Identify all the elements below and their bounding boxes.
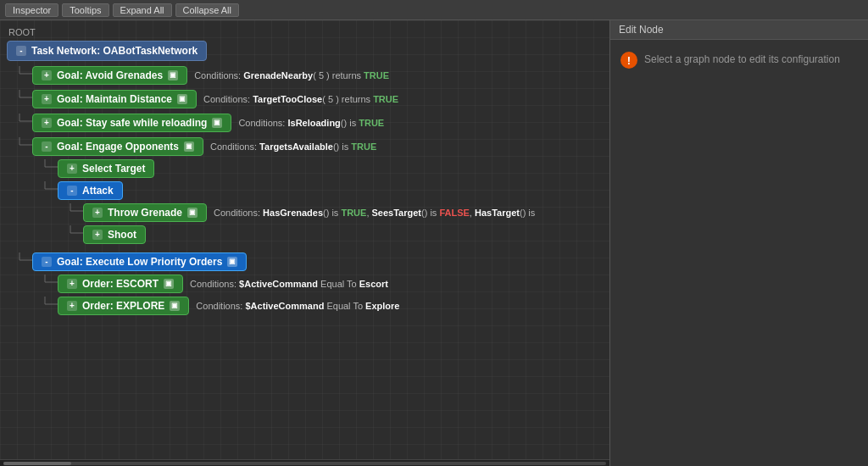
stay-safe-condition: Conditions: IsReloading() is TRUE [238, 118, 384, 128]
collapse-all-button[interactable]: Collapse All [175, 3, 239, 17]
info-icon: ! [620, 52, 637, 69]
task-network-label: Task Network: OABotTaskNetwork [31, 45, 198, 57]
top-bar: Inspector Tooltips Expand All Collapse A… [0, 0, 868, 20]
config-maintain-distance[interactable]: ▣ [177, 94, 187, 104]
connector-svg-8 [58, 225, 83, 241]
connector-svg-3 [7, 114, 32, 129]
engage-opponents-label: Goal: Engage Opponents [57, 141, 179, 153]
collapse-attack[interactable]: - [67, 186, 77, 196]
throw-grenade-node[interactable]: + Throw Grenade ▣ [83, 203, 207, 222]
right-panel-info-text: Select a graph node to edit its configur… [644, 53, 840, 65]
collapse-explore[interactable]: + [67, 301, 77, 311]
escort-condition: Conditions: $ActiveCommand Equal To Esco… [190, 279, 388, 289]
scrollbar-track [3, 462, 606, 465]
shoot-node[interactable]: + Shoot [83, 225, 146, 244]
node-row-escort: + Order: ESCORT ▣ Conditions: $ActiveCom… [7, 275, 609, 293]
collapse-shoot[interactable]: + [92, 230, 103, 240]
config-throw-grenade[interactable]: ▣ [187, 208, 198, 218]
connector-svg-4 [7, 137, 32, 153]
low-priority-node[interactable]: - Goal: Execute Low Priority Orders ▣ [32, 252, 247, 271]
connector-svg-10 [32, 275, 58, 290]
maintain-distance-label: Goal: Maintain Distance [57, 93, 172, 105]
node-row-attack: - Attack [7, 181, 609, 200]
node-row-explore: + Order: EXPLORE ▣ Conditions: $ActiveCo… [7, 297, 609, 315]
avoid-grenades-label: Goal: Avoid Grenades [57, 69, 163, 81]
node-row-shoot: + Shoot [7, 225, 609, 244]
config-stay-safe[interactable]: ▣ [212, 118, 222, 128]
right-panel: Edit Node ! Select a graph node to edit … [609, 20, 868, 466]
root-label: ROOT [7, 27, 609, 37]
select-target-label: Select Target [82, 163, 145, 175]
config-explore[interactable]: ▣ [170, 301, 180, 311]
right-panel-title: Edit Node [619, 24, 664, 36]
connector-svg-2 [7, 90, 32, 105]
engage-opponents-node[interactable]: - Goal: Engage Opponents ▣ [32, 137, 203, 156]
maintain-distance-condition: Conditions: TargetTooClose( 5 ) returns … [203, 94, 398, 104]
connector-svg-5 [32, 159, 58, 175]
node-row-select-target: + Select Target [7, 159, 609, 178]
low-priority-label: Goal: Execute Low Priority Orders [57, 256, 222, 268]
tooltips-button[interactable]: Tooltips [62, 3, 108, 17]
task-network-row: - Task Network: OABotTaskNetwork [7, 41, 609, 61]
config-escort[interactable]: ▣ [164, 279, 174, 289]
collapse-engage[interactable]: - [42, 141, 52, 152]
collapse-throw-grenade[interactable]: + [92, 208, 103, 218]
stay-safe-label: Goal: Stay safe while reloading [57, 117, 207, 129]
tree-container: - Task Network: OABotTaskNetwork + Goal:… [7, 41, 609, 315]
escort-node[interactable]: + Order: ESCORT ▣ [58, 275, 183, 293]
node-row-maintain-distance: + Goal: Maintain Distance ▣ Conditions: … [7, 90, 609, 108]
scrollbar[interactable] [0, 459, 609, 466]
escort-label: Order: ESCORT [82, 278, 159, 290]
throw-grenade-condition: Conditions: HasGrenades() is TRUE, SeesT… [214, 208, 535, 218]
graph-panel[interactable]: ROOT - Task Network: OABotTaskNetwork + … [0, 20, 609, 466]
node-row-throw-grenade: + Throw Grenade ▣ Conditions: HasGrenade… [7, 203, 609, 222]
right-panel-header: Edit Node [610, 20, 868, 40]
avoid-grenades-node[interactable]: + Goal: Avoid Grenades ▣ [32, 66, 187, 85]
connector-svg-9 [7, 252, 32, 268]
connector-svg [7, 66, 32, 81]
connector-svg-11 [32, 297, 58, 312]
connector-svg-7 [58, 203, 83, 219]
attack-node[interactable]: - Attack [58, 181, 123, 200]
throw-grenade-label: Throw Grenade [108, 207, 182, 219]
config-avoid-grenades[interactable]: ▣ [168, 70, 178, 80]
collapse-select-target[interactable]: + [67, 164, 77, 174]
task-network-node[interactable]: - Task Network: OABotTaskNetwork [7, 41, 207, 61]
maintain-distance-node[interactable]: + Goal: Maintain Distance ▣ [32, 90, 197, 108]
node-row-low-priority: - Goal: Execute Low Priority Orders ▣ [7, 252, 609, 271]
collapse-maintain-distance[interactable]: + [42, 94, 52, 104]
expand-all-button[interactable]: Expand All [113, 3, 172, 17]
collapse-low-priority[interactable]: - [42, 257, 52, 267]
config-engage[interactable]: ▣ [184, 141, 194, 152]
select-target-node[interactable]: + Select Target [58, 159, 154, 178]
explore-condition: Conditions: $ActiveCommand Equal To Expl… [196, 301, 399, 311]
connector-svg-6 [32, 181, 58, 197]
scrollbar-thumb[interactable] [3, 462, 71, 465]
collapse-avoid-grenades[interactable]: + [42, 70, 52, 80]
stay-safe-node[interactable]: + Goal: Stay safe while reloading ▣ [32, 114, 231, 132]
explore-node[interactable]: + Order: EXPLORE ▣ [58, 297, 189, 315]
explore-label: Order: EXPLORE [82, 300, 164, 312]
node-row-stay-safe: + Goal: Stay safe while reloading ▣ Cond… [7, 114, 609, 132]
attack-label: Attack [82, 185, 114, 197]
collapse-stay-safe[interactable]: + [42, 118, 52, 128]
shoot-label: Shoot [108, 229, 136, 241]
avoid-grenades-condition: Conditions: GrenadeNearby( 5 ) returns T… [194, 70, 389, 80]
node-row-engage: - Goal: Engage Opponents ▣ Conditions: T… [7, 137, 609, 156]
main-layout: ROOT - Task Network: OABotTaskNetwork + … [0, 20, 868, 466]
right-panel-body: ! Select a graph node to edit its config… [610, 40, 868, 466]
engage-condition: Conditions: TargetsAvailable() is TRUE [210, 141, 376, 152]
collapse-escort[interactable]: + [67, 279, 77, 289]
node-row-avoid-grenades: + Goal: Avoid Grenades ▣ Conditions: Gre… [7, 66, 609, 85]
collapse-task-network[interactable]: - [16, 46, 26, 56]
inspector-button[interactable]: Inspector [5, 3, 58, 17]
config-low-priority[interactable]: ▣ [227, 257, 237, 267]
